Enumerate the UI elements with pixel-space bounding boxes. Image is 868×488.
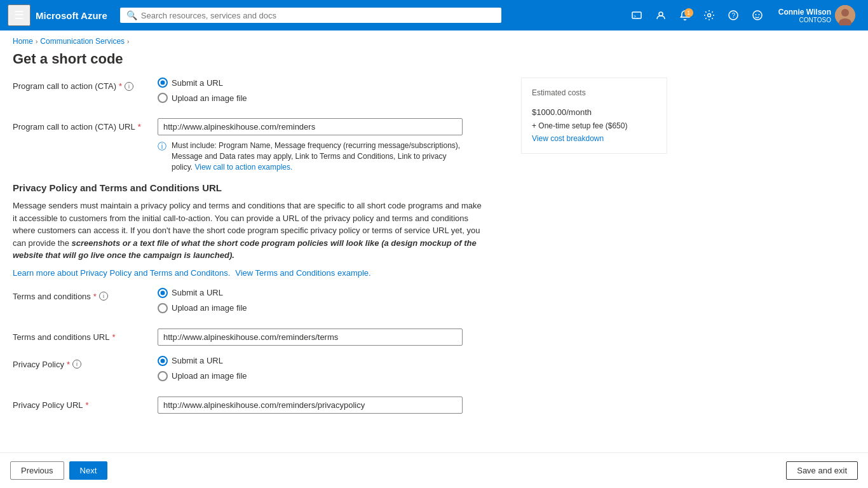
privacy-upload-image-option[interactable]: Upload an image file — [158, 371, 508, 381]
cta-upload-image-label: Upload an image file — [172, 93, 247, 103]
user-name: Connie Wilson — [778, 8, 831, 17]
terms-submit-url-radio[interactable] — [158, 288, 168, 298]
svg-text:?: ? — [731, 12, 735, 19]
svg-point-3 — [707, 14, 710, 17]
required-star-terms: * — [93, 292, 97, 301]
privacy-policy-control: Submit a URL Upload an image file — [158, 356, 508, 386]
save-exit-button[interactable]: Save and exit — [786, 461, 858, 480]
svg-point-6 — [753, 11, 762, 20]
privacy-section-heading: Privacy Policy and Terms and Conditions … — [13, 182, 508, 193]
cta-label: Program call to action (CTA) * i — [13, 78, 153, 91]
terms-row: Terms and conditions * i Submit a URL Up… — [13, 288, 508, 318]
notification-badge: 1 — [684, 8, 693, 17]
help-icon[interactable]: ? — [722, 6, 744, 25]
hamburger-menu[interactable]: ☰ — [8, 4, 31, 26]
privacy-upload-image-radio[interactable] — [158, 371, 168, 381]
directory-icon[interactable] — [650, 6, 672, 25]
terms-control: Submit a URL Upload an image file — [158, 288, 508, 318]
privacy-upload-image-label: Upload an image file — [172, 371, 247, 381]
cta-control: Submit a URL Upload an image file — [158, 78, 508, 108]
footer-left: Previous Next — [10, 461, 107, 480]
cta-info-icon[interactable]: i — [125, 82, 133, 91]
cta-row: Program call to action (CTA) * i Submit … — [13, 78, 508, 108]
user-org: CONTOSO — [778, 17, 831, 24]
svg-point-10 — [841, 9, 849, 17]
sidebar-cost: Estimated costs $1000.00/month + One-tim… — [521, 78, 667, 452]
cta-url-row: Program call to action (CTA) URL * ⓘ Mus… — [13, 118, 508, 172]
privacy-policy-url-input[interactable] — [158, 396, 463, 414]
svg-point-2 — [659, 12, 663, 16]
breadcrumb: Home › Communication Services › — [0, 30, 868, 48]
avatar — [835, 5, 855, 25]
notifications-icon[interactable]: 1 — [674, 6, 696, 25]
cta-url-label: Program call to action (CTA) URL * — [13, 118, 153, 132]
cta-submit-url-label: Submit a URL — [172, 78, 223, 88]
page-title: Get a short code — [0, 48, 868, 78]
cost-setup: + One-time setup fee ($650) — [532, 121, 656, 130]
previous-button[interactable]: Previous — [10, 461, 64, 480]
privacy-policy-row: Privacy Policy * i Submit a URL Upload a… — [13, 356, 508, 386]
user-menu[interactable]: Connie Wilson CONTOSO — [773, 3, 860, 28]
main-content: Program call to action (CTA) * i Submit … — [0, 78, 868, 452]
form-area: Program call to action (CTA) * i Submit … — [13, 78, 508, 452]
terms-upload-image-option[interactable]: Upload an image file — [158, 303, 508, 313]
breadcrumb-sep-1: › — [36, 38, 37, 45]
footer: Previous Next Save and exit — [0, 452, 868, 488]
learn-more-privacy-link[interactable]: Learn more about Privacy Policy and Term… — [13, 268, 230, 278]
required-star-privacy-url: * — [86, 400, 89, 410]
privacy-submit-url-label: Submit a URL — [172, 356, 223, 365]
svg-point-7 — [755, 14, 756, 15]
terms-submit-url-option[interactable]: Submit a URL — [158, 288, 508, 298]
cta-upload-image-option[interactable]: Upload an image file — [158, 93, 508, 103]
required-star-cta: * — [119, 81, 122, 91]
cta-upload-image-radio[interactable] — [158, 93, 168, 103]
breadcrumb-home[interactable]: Home — [13, 37, 33, 46]
terms-url-row: Terms and conditions URL * — [13, 329, 508, 346]
terms-upload-image-radio[interactable] — [158, 303, 168, 313]
cta-examples-link[interactable]: View call to action examples. — [194, 163, 292, 172]
cta-url-control: ⓘ Must include: Program Name, Message fr… — [158, 118, 508, 172]
search-icon: 🔍 — [126, 10, 137, 20]
privacy-section-links: Learn more about Privacy Policy and Term… — [13, 268, 508, 278]
cloud-shell-icon[interactable]: >_ — [626, 6, 648, 25]
breadcrumb-sep-2: › — [127, 38, 129, 45]
cost-period: /month — [566, 107, 592, 117]
settings-icon[interactable] — [698, 6, 720, 25]
privacy-policy-label: Privacy Policy * i — [13, 356, 153, 369]
app-logo: Microsoft Azure — [36, 10, 107, 21]
nav-icons: >_ 1 ? — [626, 6, 768, 25]
cost-title: Estimated costs — [532, 88, 656, 97]
terms-label: Terms and conditions * i — [13, 288, 153, 301]
cost-amount: $1000.00/month — [532, 102, 656, 119]
terms-url-label: Terms and conditions URL * — [13, 329, 153, 342]
cta-submit-url-radio[interactable] — [158, 78, 168, 88]
cta-url-input[interactable] — [158, 118, 463, 135]
next-button[interactable]: Next — [69, 461, 108, 480]
search-input[interactable] — [141, 11, 495, 20]
svg-point-8 — [758, 14, 759, 15]
terms-upload-image-label: Upload an image file — [172, 303, 247, 313]
cost-breakdown-link[interactable]: View cost breakdown — [532, 134, 656, 143]
required-star-cta-url: * — [138, 122, 141, 132]
privacy-policy-url-row: Privacy Policy URL * — [13, 396, 508, 414]
terms-url-input[interactable] — [158, 329, 463, 346]
view-terms-example-link[interactable]: View Terms and Conditions example. — [235, 268, 370, 278]
required-star-privacy: * — [67, 360, 70, 369]
footer-right: Save and exit — [786, 461, 858, 480]
terms-info-icon[interactable]: i — [99, 292, 108, 301]
privacy-policy-url-label: Privacy Policy URL * — [13, 396, 153, 410]
breadcrumb-section[interactable]: Communication Services — [40, 37, 125, 46]
privacy-submit-url-radio[interactable] — [158, 356, 168, 366]
svg-text:>_: >_ — [634, 14, 639, 19]
search-bar: 🔍 — [120, 8, 501, 23]
top-nav: ☰ Microsoft Azure 🔍 >_ 1 ? Connie Wilson… — [0, 0, 868, 30]
privacy-info-icon[interactable]: i — [72, 360, 81, 369]
privacy-submit-url-option[interactable]: Submit a URL — [158, 356, 508, 366]
feedback-icon[interactable] — [747, 6, 768, 25]
required-star-terms-url: * — [112, 332, 115, 342]
privacy-section-desc: Message senders must maintain a privacy … — [13, 200, 483, 262]
cta-info-box: ⓘ Must include: Program Name, Message fr… — [158, 140, 463, 172]
privacy-policy-url-control — [158, 396, 508, 414]
cost-card: Estimated costs $1000.00/month + One-tim… — [521, 78, 667, 154]
cta-submit-url-option[interactable]: Submit a URL — [158, 78, 508, 88]
